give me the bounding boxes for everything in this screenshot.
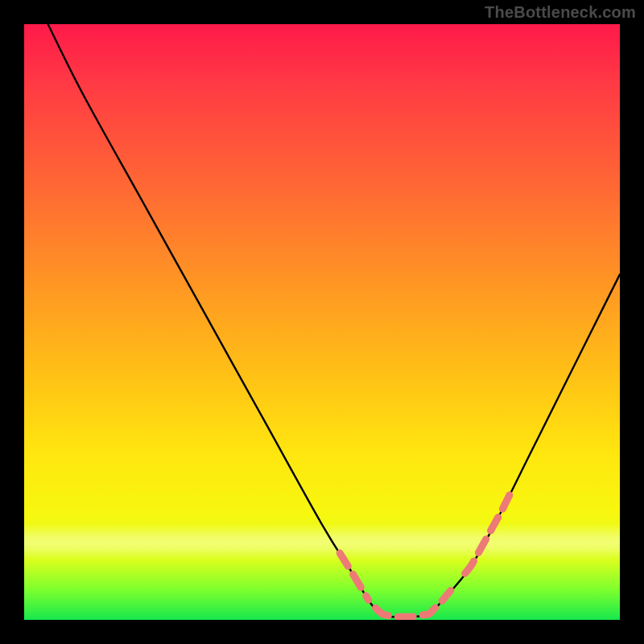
bottleneck-curve bbox=[48, 24, 620, 617]
chart-frame: TheBottleneck.com bbox=[0, 0, 644, 644]
highlight-right-shoulder bbox=[465, 491, 512, 573]
highlight-left-shoulder bbox=[340, 553, 369, 600]
curve-svg bbox=[24, 24, 620, 620]
highlight-group bbox=[340, 491, 511, 617]
plot-area bbox=[24, 24, 620, 620]
watermark-text: TheBottleneck.com bbox=[485, 3, 636, 22]
